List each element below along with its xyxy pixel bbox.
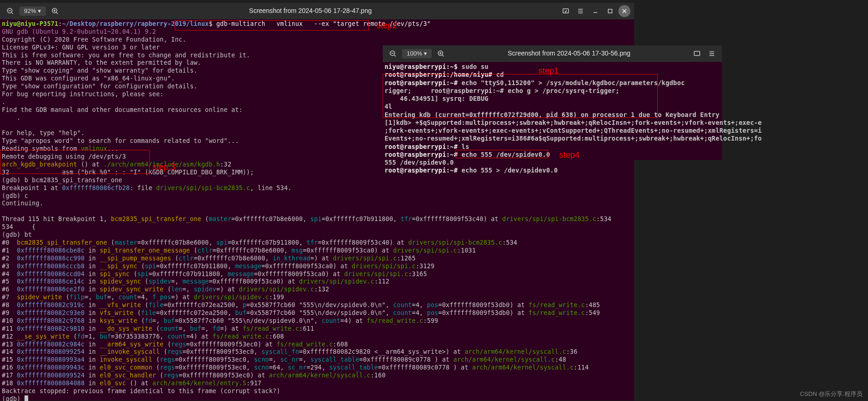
close-button[interactable] [618, 5, 630, 17]
svg-rect-12 [608, 9, 612, 13]
minimize-button[interactable] [589, 5, 602, 18]
svg-line-1 [12, 12, 13, 14]
maximize-button[interactable] [604, 5, 617, 18]
zoom-level[interactable]: 92%▾ [19, 6, 46, 16]
present-icon[interactable] [559, 5, 572, 18]
svg-line-16 [394, 55, 396, 56]
raspberry-window: 100%▾ Screenshot from 2024-05-06 17-30-5… [383, 45, 722, 160]
present-icon[interactable] [691, 47, 703, 60]
window-title-left: Screenshot from 2024-05-06 17-28-47.png [61, 7, 559, 15]
watermark: CSDN @乐分享.程序员 [800, 390, 862, 398]
zoom-in-icon[interactable] [434, 47, 447, 60]
svg-line-19 [442, 55, 444, 56]
svg-line-4 [56, 12, 58, 14]
zoom-in-icon[interactable] [49, 5, 61, 18]
titlebar-right: 100%▾ Screenshot from 2024-05-06 17-30-5… [383, 45, 722, 62]
zoom-level[interactable]: 100%▾ [402, 49, 432, 59]
svg-rect-22 [694, 51, 700, 56]
titlebar-left: 92%▾ Screenshot from 2024-05-06 17-28-47… [0, 3, 634, 19]
terminal-right[interactable]: niyu@raspberrypi:~$ sudo su root@raspber… [383, 62, 722, 176]
zoom-out-icon[interactable] [386, 47, 399, 60]
menu-icon[interactable] [574, 5, 587, 18]
zoom-out-icon[interactable] [4, 5, 17, 18]
menu-icon[interactable] [705, 47, 718, 60]
window-title-right: Screenshot from 2024-05-06 17-30-56.png [447, 49, 691, 58]
